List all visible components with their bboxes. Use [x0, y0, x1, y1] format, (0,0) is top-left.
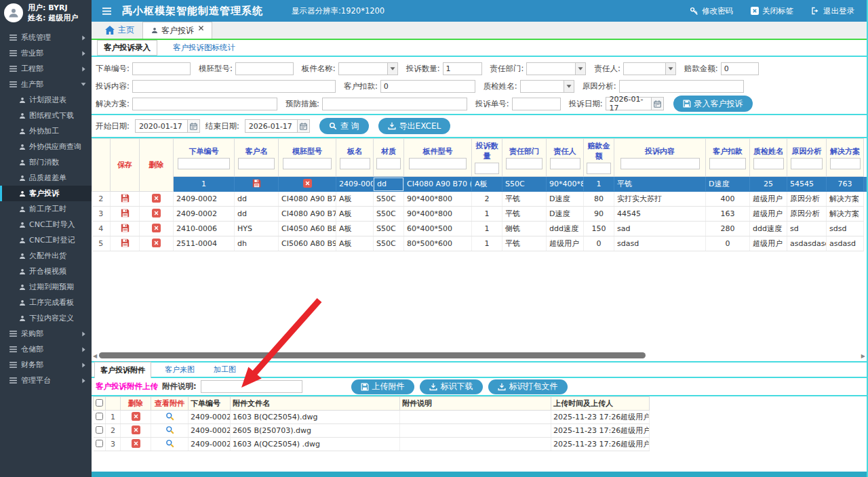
cell-下单编号[interactable]: 2409-0002 — [336, 177, 374, 192]
save-row-icon[interactable] — [121, 224, 130, 232]
cell-客户名[interactable]: HYS — [235, 222, 279, 236]
delete-row-icon[interactable] — [152, 239, 161, 247]
scroll-left-arrow[interactable]: ◀ — [93, 353, 97, 359]
cell-材质[interactable]: S50C — [502, 177, 547, 192]
column-filter-input[interactable] — [178, 158, 230, 169]
select-all-checkbox[interactable] — [96, 399, 103, 407]
table-row[interactable]: 12409-0002ddCI4080 A90 B70 (A板S50C90*400… — [92, 177, 867, 192]
upload-button-标识打包文件[interactable]: 标识打包文件 — [488, 379, 568, 394]
sidebar-group-5[interactable]: 仓储部 — [0, 341, 92, 357]
cell-赔款金额[interactable]: 150 — [584, 222, 614, 236]
field-input-预防措施:[interactable] — [322, 98, 467, 110]
save-row-icon[interactable] — [121, 209, 130, 217]
cell-投诉内容[interactable]: sdasd — [614, 236, 706, 251]
cell-原因分析[interactable]: asdasdasd — [787, 236, 827, 251]
cell-下单编号[interactable]: 2410-0006 — [174, 222, 235, 236]
cell-下单编号[interactable]: 2409-0002 — [174, 207, 235, 222]
sidebar-item-品质超差单[interactable]: 品质超差单 — [0, 170, 92, 186]
delete-row-icon[interactable] — [152, 224, 161, 232]
sidebar-group-6[interactable]: 财务部 — [0, 357, 92, 373]
delete-attachment-icon[interactable] — [132, 439, 140, 448]
cell-板件型号[interactable]: 80*500*600 — [404, 236, 472, 251]
field-input-客户扣款:[interactable]: 0 — [380, 80, 475, 93]
column-filter-input[interactable] — [409, 158, 467, 169]
cell-责任人[interactable]: ddd速度 — [547, 222, 584, 236]
cell-赔款金额[interactable]: 25 — [750, 177, 787, 192]
cell-file-name[interactable]: 1603 A(QC25054) .dwg — [231, 438, 400, 451]
cell-质检姓名[interactable]: 超级用户 — [750, 192, 787, 207]
tab-主页[interactable]: 主页 — [97, 22, 142, 39]
table-row[interactable]: 22409-0002ddCI4080 A90 B70 (A板S50C90*400… — [92, 192, 867, 207]
cell-客户名[interactable]: dh — [235, 236, 279, 251]
tab-close-icon[interactable] — [199, 23, 203, 33]
scrollbar-thumb[interactable] — [99, 352, 646, 358]
hamburger-icon[interactable] — [102, 7, 111, 15]
scroll-right-arrow[interactable]: ▶ — [861, 353, 865, 359]
cell-材质[interactable]: S50C — [374, 207, 404, 222]
submit-complaint-button[interactable]: 录入客户投诉 — [673, 96, 753, 112]
cell-模胚型号[interactable]: CI4080 A90 B70 ( — [404, 177, 472, 192]
field-input-投诉单号:[interactable] — [512, 98, 561, 110]
delete-attachment-icon[interactable] — [132, 412, 140, 421]
cell-模胚型号[interactable]: CI4080 A90 B70 ( — [279, 192, 336, 207]
cell-客户扣款[interactable]: 763 — [827, 177, 864, 192]
sidebar-group-2[interactable]: 工程部 — [0, 61, 92, 77]
sidebar-item-图纸程式下载[interactable]: 图纸程式下载 — [0, 108, 92, 123]
sidebar-item-下拉内容定义[interactable]: 下拉内容定义 — [0, 310, 92, 326]
end-date-field[interactable]: 2026-01-17 — [245, 119, 310, 133]
cell-责任部门[interactable]: 平铣 — [614, 177, 706, 192]
view-attachment-icon[interactable] — [165, 412, 174, 421]
end-date-value[interactable]: 2026-01-17 — [245, 119, 298, 133]
cell-板名[interactable]: A板 — [336, 207, 374, 222]
column-filter-input[interactable] — [830, 158, 861, 169]
chevron-down-icon[interactable] — [564, 81, 574, 92]
column-filter-input[interactable] — [376, 158, 401, 169]
field-select-责任人:[interactable] — [623, 62, 676, 75]
cell-file-name[interactable]: 2605 B(250703).dwg — [231, 424, 400, 438]
cell-责任部门[interactable]: 侧铣 — [502, 222, 547, 236]
topbar-action-修改密码[interactable]: 修改密码 — [690, 6, 733, 16]
sidebar-item-客户投诉[interactable]: 客户投诉 — [0, 186, 92, 201]
save-row-icon[interactable] — [252, 179, 261, 188]
cell-责任人[interactable]: D速度 — [547, 207, 584, 222]
cell-投诉数量[interactable]: 2 — [472, 192, 502, 207]
attachment-tab-客户来图[interactable]: 客户来图 — [159, 362, 200, 377]
cell-模胚型号[interactable]: CI4050 A60 B80 ( — [279, 222, 336, 236]
field-input-投诉内容:[interactable] — [132, 80, 336, 93]
cell-责任部门[interactable]: 平铣 — [502, 236, 547, 251]
field-select-责任部门:[interactable] — [526, 62, 586, 75]
chevron-down-icon[interactable] — [665, 63, 675, 75]
delete-attachment-icon[interactable] — [132, 426, 140, 434]
save-row-icon[interactable] — [121, 239, 130, 247]
row-checkbox[interactable] — [96, 413, 103, 420]
topbar-action-退出登录[interactable]: 退出登录 — [811, 6, 854, 16]
calendar-icon[interactable] — [188, 119, 200, 133]
cell-材质[interactable]: S50C — [374, 222, 404, 236]
tab-客户投诉[interactable]: 客户投诉 — [142, 22, 212, 39]
table-row[interactable]: 52511-0004dhCI5060 A80 B90 (A板S50C80*500… — [92, 236, 867, 251]
field-select-板件名称:[interactable] — [338, 62, 398, 75]
attachment-tab-客户投诉附件[interactable]: 客户投诉附件 — [94, 362, 151, 378]
field-select-质检姓名:[interactable] — [520, 80, 574, 93]
cell-质检姓名[interactable]: ddd速度 — [750, 222, 787, 236]
export-excel-button[interactable]: 导出EXCEL — [378, 118, 451, 134]
cell-投诉数量[interactable]: 1 — [472, 236, 502, 251]
cell-投诉数量[interactable]: 1 — [584, 177, 614, 192]
cell-责任部门[interactable]: 平铣 — [502, 207, 547, 222]
field-input-原因分析:[interactable] — [619, 80, 744, 93]
field-input-解决方案:[interactable] — [132, 98, 277, 110]
column-filter-input[interactable] — [238, 158, 275, 169]
cell-材质[interactable]: S50C — [374, 192, 404, 207]
table-row[interactable]: 42410-0006HYSCI4050 A60 B80 (A板S50C60*40… — [92, 222, 867, 236]
calendar-icon[interactable] — [298, 119, 310, 133]
view-attachment-icon[interactable] — [165, 439, 174, 448]
column-filter-input[interactable] — [550, 158, 580, 169]
cell-板件型号[interactable]: 90*400*800 — [404, 192, 472, 207]
cell-赔款金额[interactable]: 80 — [584, 192, 614, 207]
date-value[interactable]: 2026-01-17 — [606, 97, 652, 110]
cell-解决方案[interactable]: 解决方案 — [827, 192, 864, 207]
cell-原因分析[interactable]: 原因分析 — [787, 192, 827, 207]
column-filter-input[interactable] — [475, 163, 499, 174]
column-filter-input[interactable] — [340, 158, 370, 169]
view-attachment-icon[interactable] — [165, 426, 174, 434]
